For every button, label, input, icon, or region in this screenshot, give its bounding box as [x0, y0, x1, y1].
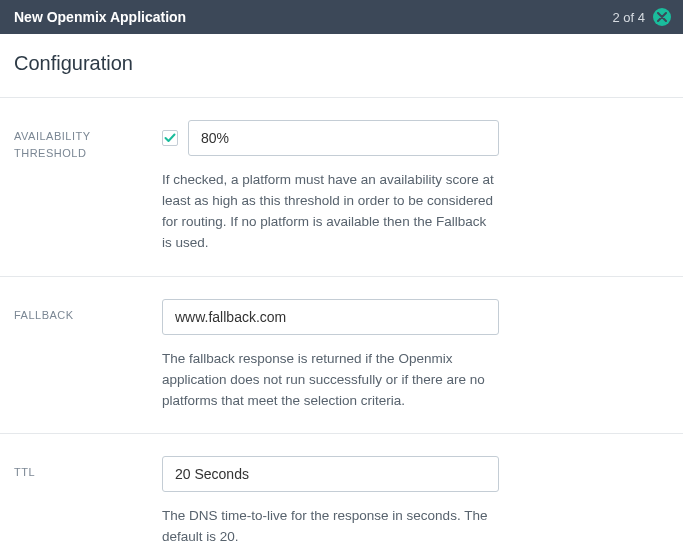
ttl-input[interactable]	[162, 456, 499, 492]
fallback-help: The fallback response is returned if the…	[162, 349, 499, 412]
close-button[interactable]	[653, 8, 671, 26]
availability-input[interactable]	[188, 120, 499, 156]
fallback-label: FALLBACK	[14, 299, 162, 412]
modal-title: New Openmix Application	[14, 9, 186, 25]
ttl-row: TTL The DNS time-to-live for the respons…	[0, 434, 683, 542]
header-right: 2 of 4	[612, 8, 671, 26]
checkmark-icon	[164, 132, 176, 144]
availability-label: AVAILABILITY THRESHOLD	[14, 120, 162, 254]
close-icon	[657, 12, 667, 22]
availability-row: AVAILABILITY THRESHOLD If checked, a pla…	[0, 98, 683, 277]
step-indicator: 2 of 4	[612, 10, 645, 25]
section-title: Configuration	[0, 34, 683, 98]
modal-header: New Openmix Application 2 of 4	[0, 0, 683, 34]
availability-help: If checked, a platform must have an avai…	[162, 170, 499, 254]
fallback-row: FALLBACK The fallback response is return…	[0, 277, 683, 435]
ttl-label: TTL	[14, 456, 162, 542]
ttl-help: The DNS time-to-live for the response in…	[162, 506, 499, 542]
fallback-input[interactable]	[162, 299, 499, 335]
availability-checkbox[interactable]	[162, 130, 178, 146]
